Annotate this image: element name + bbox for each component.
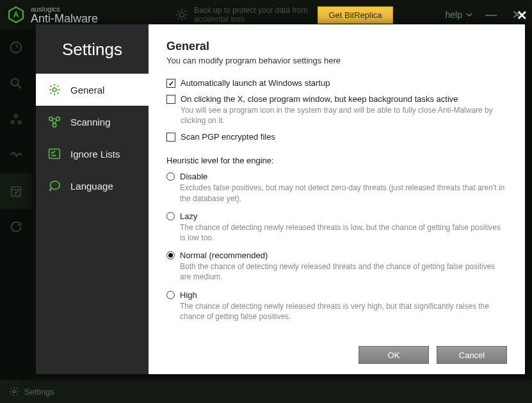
- settings-modal: ✕ Settings General Scanning Ignore Lists…: [36, 24, 525, 374]
- radio-description: The chance of detecting newly released t…: [180, 301, 507, 322]
- settings-content: General You can modify program behavior …: [149, 24, 525, 374]
- checkbox-icon: [166, 79, 175, 88]
- sidebar-item-language[interactable]: Language: [36, 170, 149, 202]
- ok-button[interactable]: OK: [359, 346, 429, 364]
- checkbox-icon: [166, 133, 175, 142]
- radio-label: Lazy: [180, 211, 197, 221]
- sidebar-item-ignore-lists[interactable]: Ignore Lists: [36, 138, 149, 170]
- sidebar-label-language: Language: [70, 181, 113, 192]
- settings-sidebar: Settings General Scanning Ignore Lists L…: [36, 24, 149, 374]
- sidebar-item-general[interactable]: General: [36, 74, 149, 106]
- radio-icon: [166, 251, 175, 259]
- gear-icon: [47, 83, 61, 97]
- svg-point-23: [52, 124, 56, 127]
- list-check-icon: [47, 147, 61, 161]
- settings-title: Settings: [36, 24, 149, 74]
- radio-lazy[interactable]: Lazy: [166, 211, 507, 221]
- page-subtitle: You can modify program behavior settings…: [166, 56, 507, 65]
- radio-label: Disable: [180, 172, 207, 181]
- checkbox-launch-startup[interactable]: Automatically launch at Windows startup: [166, 78, 507, 88]
- checkbox-icon: [166, 95, 175, 104]
- radio-description: The chance of detecting newly released t…: [180, 222, 507, 243]
- checkbox-close-background[interactable]: On clicking the X, close program window,…: [166, 94, 507, 104]
- radio-icon: [166, 172, 175, 181]
- sidebar-label-ignore: Ignore Lists: [70, 149, 120, 160]
- radio-normal[interactable]: Normal (recommended): [166, 251, 507, 260]
- modal-close-button[interactable]: ✕: [517, 8, 528, 23]
- nodes-icon: [47, 115, 61, 129]
- heuristic-section-label: Heuristic level for the engine:: [166, 156, 507, 165]
- modal-overlay: ✕ Settings General Scanning Ignore Lists…: [0, 0, 532, 403]
- radio-label: High: [180, 290, 197, 300]
- sidebar-item-scanning[interactable]: Scanning: [36, 106, 149, 138]
- svg-point-20: [52, 88, 56, 92]
- svg-rect-24: [49, 149, 60, 159]
- page-title: General: [166, 40, 507, 53]
- sidebar-label-scanning: Scanning: [70, 117, 111, 127]
- checkbox-scan-pgp[interactable]: Scan PGP encrypted files: [166, 132, 507, 142]
- sidebar-label-general: General: [70, 85, 104, 95]
- checkbox-label: On clicking the X, close program window,…: [181, 94, 458, 104]
- speech-icon: [47, 179, 61, 193]
- checkbox-description: You will see a program icon in the syste…: [181, 105, 507, 126]
- checkbox-label: Automatically launch at Windows startup: [181, 78, 330, 88]
- radio-high[interactable]: High: [166, 290, 507, 300]
- radio-icon: [166, 291, 175, 299]
- radio-description: Both the chance of detecting newly relea…: [180, 261, 507, 282]
- cancel-button[interactable]: Cancel: [437, 346, 507, 364]
- radio-description: Excludes false positives, but may not de…: [180, 183, 507, 203]
- radio-icon: [166, 212, 175, 220]
- checkbox-label: Scan PGP encrypted files: [181, 132, 275, 142]
- radio-label: Normal (recommended): [180, 251, 268, 260]
- radio-disable[interactable]: Disable: [166, 172, 507, 181]
